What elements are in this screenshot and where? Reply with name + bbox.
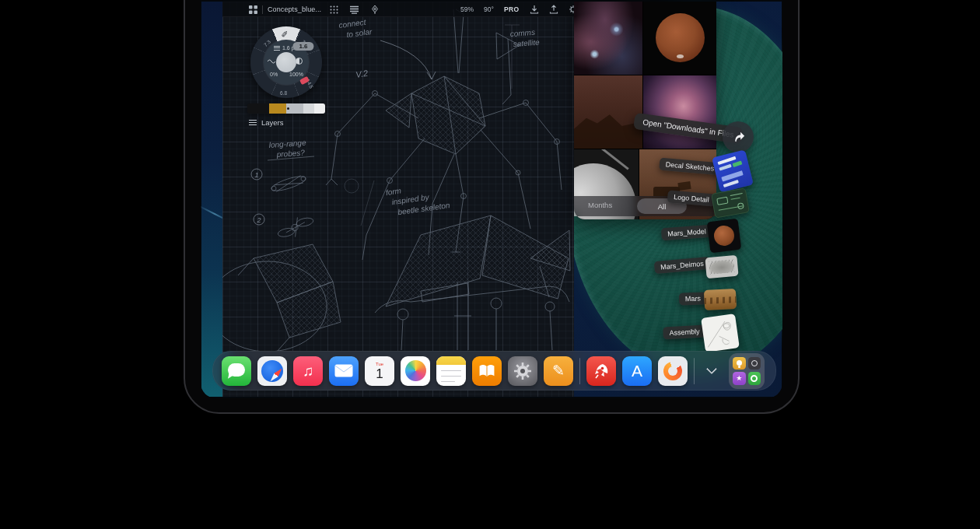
star-icon: ★	[736, 375, 742, 382]
settings-app-icon[interactable]	[508, 356, 537, 386]
notes-header-strip	[436, 356, 466, 365]
gear-icon	[513, 361, 533, 381]
calendar-day: 1	[376, 367, 383, 380]
ipad-device-body: connect to solar comms satellite V.2 lon…	[184, 0, 800, 414]
notes-line	[441, 381, 455, 383]
segment-size-6-8: 6.8	[280, 90, 287, 96]
export-share-icon[interactable]	[549, 2, 558, 17]
photos-app-window: Months All	[574, 2, 716, 219]
pen-app-icon[interactable]: ✎	[544, 356, 573, 386]
swatch-white[interactable]	[314, 103, 325, 114]
rocket-icon	[592, 362, 611, 380]
pen-icon: ✎	[552, 362, 565, 380]
dock-chevron-button[interactable]	[701, 356, 723, 386]
speech-bubble-icon	[228, 363, 245, 377]
mail-app-icon[interactable]	[329, 356, 359, 386]
messages-app-icon[interactable]	[222, 356, 251, 386]
drag-thumb-mars-deimos[interactable]	[705, 255, 738, 279]
open-book-icon	[478, 363, 496, 378]
workspace-grid-icon[interactable]	[249, 2, 257, 17]
drag-item-label[interactable]: Mars	[679, 292, 708, 305]
pen-tool-icon[interactable]	[370, 2, 380, 17]
safari-app-icon[interactable]	[257, 356, 287, 386]
app-library-tile[interactable]: ★	[729, 353, 765, 389]
smoothing-wave-icon	[268, 58, 275, 65]
annotation-number-2: 2	[256, 216, 261, 224]
opacity-icon	[296, 58, 303, 65]
envelope-icon	[334, 364, 353, 377]
toolbar-divider	[262, 5, 263, 14]
concepts-app-icon[interactable]	[658, 356, 688, 386]
photo-mars-landscape[interactable]	[574, 75, 642, 149]
layer-stack-icon[interactable]	[349, 2, 359, 17]
mini-app-icon-green	[748, 372, 761, 385]
import-icon[interactable]	[530, 2, 539, 17]
chevron-down-icon	[706, 363, 717, 374]
photo-nebula-blue[interactable]	[574, 2, 642, 75]
notes-line	[441, 376, 461, 377]
notes-line	[441, 370, 461, 372]
layers-panel-header[interactable]: Layers	[249, 118, 284, 127]
lightbulb-icon	[737, 360, 742, 366]
compass-icon	[261, 360, 283, 382]
music-app-icon[interactable]: ♫	[293, 356, 323, 386]
drag-item-label[interactable]: Assembly	[663, 325, 706, 340]
books-app-icon[interactable]	[472, 356, 502, 386]
swatch-light-gray[interactable]	[303, 103, 314, 114]
dock-divider	[694, 358, 695, 384]
stage: connect to solar comms satellite V.2 lon…	[0, 0, 980, 529]
active-size-tab: 1.6	[292, 42, 313, 51]
mini-app-icon-camera	[748, 357, 761, 370]
app-store-icon[interactable]: A	[622, 356, 652, 386]
share-forward-icon	[723, 121, 754, 152]
brush-tool-wheel[interactable]: ✎ 7.3 3.5 14.5 6.8 1.6 pts 0%	[250, 26, 322, 98]
ipad-screen: connect to solar comms satellite V.2 lon…	[201, 0, 782, 398]
ring-icon	[751, 375, 758, 382]
dots-grid-icon[interactable]	[330, 2, 338, 17]
photo-mars-globe[interactable]	[643, 2, 716, 75]
app-store-a-glyph: A	[632, 362, 642, 380]
mini-app-icon-purple: ★	[733, 372, 746, 385]
opacity-min-value: 0%	[270, 72, 278, 77]
stroke-lines-icon	[274, 44, 280, 51]
document-title[interactable]: Concepts_blue...	[268, 5, 321, 13]
dock-divider	[579, 358, 580, 384]
notes-app-icon[interactable]	[436, 356, 466, 386]
annotation-connect-line2: to solar	[346, 27, 373, 39]
concepts-c-icon	[663, 362, 682, 380]
concepts-canvas[interactable]: connect to solar comms satellite V.2 lon…	[222, 2, 574, 397]
annotation-comms-line2: satellite	[513, 38, 540, 48]
pro-badge[interactable]: PRO	[504, 5, 520, 13]
annotation-version: V.2	[355, 68, 368, 79]
photos-app-icon[interactable]	[401, 356, 430, 386]
drag-thumb-mars[interactable]	[704, 289, 737, 310]
music-note-icon: ♫	[303, 363, 313, 380]
opacity-max-value: 100%	[289, 72, 303, 77]
dock: ♫ Tue 1	[212, 351, 776, 391]
annotation-comms-line1: comms	[509, 28, 535, 38]
layers-menu-icon	[249, 119, 257, 127]
color-swatch-bar[interactable]	[247, 103, 325, 114]
pencil-tool-icon: ✎	[280, 30, 291, 37]
camera-lens-icon	[751, 360, 758, 366]
concepts-toolbar: Concepts_blue...	[222, 2, 574, 17]
annotation-number-1: 1	[254, 171, 258, 179]
calendar-app-icon[interactable]: Tue 1	[365, 356, 394, 386]
screen-viewport: connect to solar comms satellite V.2 lon…	[201, 2, 782, 397]
tool-wheel-knob[interactable]	[276, 52, 296, 72]
swatch-gold[interactable]	[269, 103, 286, 114]
annotation-beetle-line1: form	[385, 187, 401, 198]
drag-thumb-assembly[interactable]	[701, 314, 740, 352]
swatch-black[interactable]	[247, 103, 269, 114]
photos-flower-icon	[405, 360, 426, 381]
launcher-app-icon[interactable]	[586, 356, 616, 386]
wallpaper-left-strip	[201, 2, 222, 397]
zoom-level[interactable]: 59%	[460, 5, 474, 13]
selected-swatch-dot	[287, 107, 289, 110]
mini-app-icon-yellow	[733, 357, 746, 370]
drag-thumb-mars-model[interactable]	[707, 219, 742, 254]
tab-months[interactable]: Months	[588, 201, 612, 209]
rotation-value[interactable]: 90°	[484, 5, 494, 13]
layers-label: Layers	[261, 118, 284, 127]
